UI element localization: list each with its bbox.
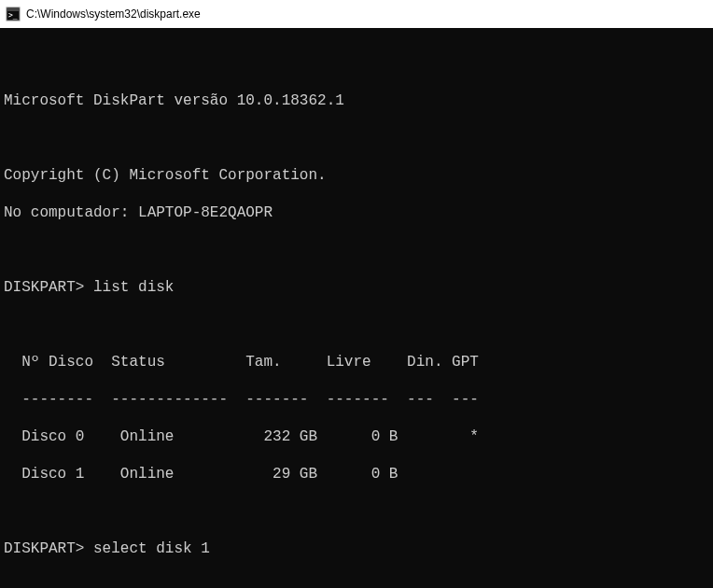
window-title: C:\Windows\system32\diskpart.exe (26, 7, 201, 21)
command-line: DISKPART> select disk 1 (4, 539, 713, 558)
intro-line: Microsoft DiskPart versão 10.0.18362.1 (4, 91, 713, 110)
table-header: Nº Disco Status Tam. Livre Din. GPT (4, 353, 713, 371)
cmd-icon: >_ (6, 7, 21, 21)
command-line: DISKPART> list disk (4, 278, 713, 297)
window-titlebar[interactable]: >_ C:\Windows\system32\diskpart.exe (0, 0, 713, 28)
table-separator: -------- ------------- ------- ------- -… (4, 390, 713, 409)
table-row: Disco 0 Online 232 GB 0 B * (4, 427, 713, 446)
computer-line: No computador: LAPTOP-8E2QAOPR (4, 203, 713, 222)
copyright-line: Copyright (C) Microsoft Corporation. (4, 166, 713, 185)
table-row: Disco 1 Online 29 GB 0 B (4, 465, 713, 483)
svg-text:>_: >_ (8, 11, 18, 20)
terminal-output[interactable]: Microsoft DiskPart versão 10.0.18362.1 C… (0, 28, 713, 588)
